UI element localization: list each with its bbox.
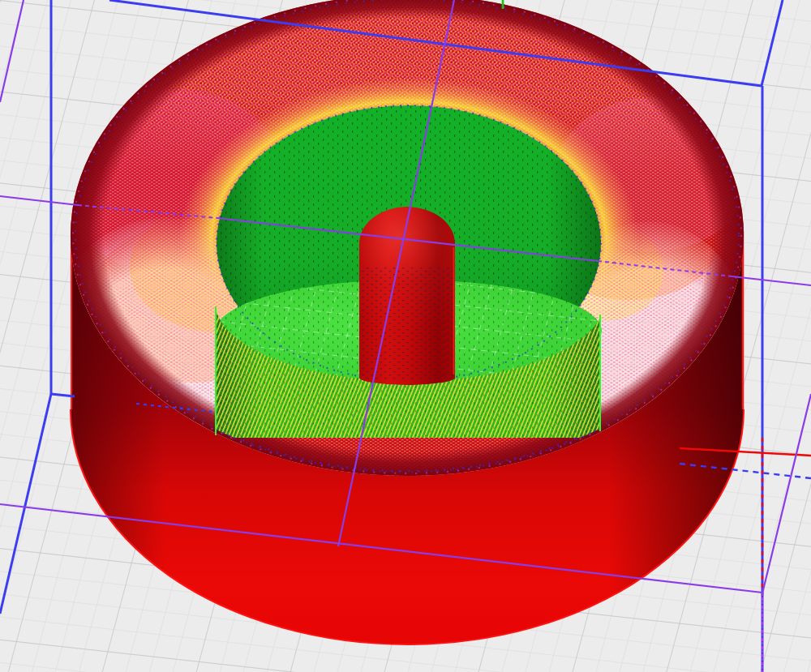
cad-viewport[interactable] — [0, 0, 811, 672]
pin-speckle-dither — [359, 268, 455, 381]
central-red-pin[interactable] — [359, 207, 455, 385]
cad-canvas[interactable] — [0, 0, 811, 672]
